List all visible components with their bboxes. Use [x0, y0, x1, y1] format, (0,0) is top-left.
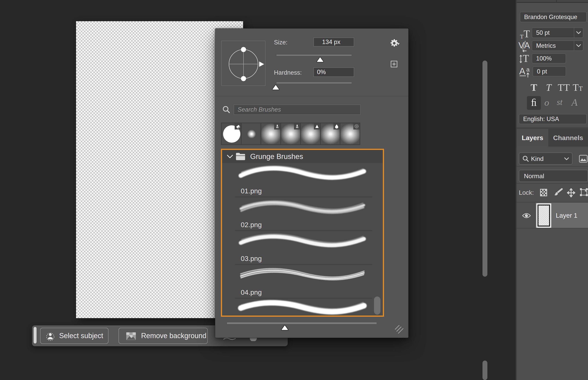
- svg-text:V: V: [518, 40, 524, 50]
- svg-text:a: a: [526, 66, 530, 73]
- svg-text:A: A: [519, 66, 525, 76]
